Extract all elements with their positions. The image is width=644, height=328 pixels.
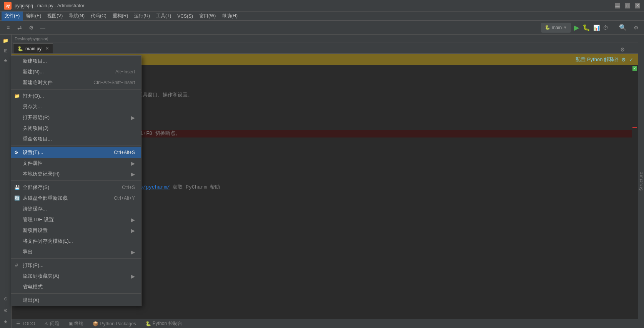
submenu-arrow-4: ▶ (131, 217, 135, 223)
menu-new-project-settings[interactable]: 新项目设置 ▶ (11, 225, 141, 236)
submenu-arrow: ▶ (131, 115, 135, 121)
python-console-label: Python 控制台 (153, 320, 182, 327)
toolbar: ≡ ⇄ ⚙ — 🐍 main ▼ ▶ 🐛 📊 ⏱ 🔍 ⚙ (0, 21, 644, 35)
close-button[interactable]: ✕ (635, 3, 640, 8)
menu-manage-ide[interactable]: 管理 IDE 设置 ▶ (11, 214, 141, 225)
menu-bar: 文件(F) 编辑(E) 视图(V) 导航(N) 代码(C) 重构(R) 运行(U… (0, 12, 644, 21)
reload-icon: 🔄 (14, 195, 20, 201)
menu-add-to-favorites[interactable]: 添加到收藏夹(A) ▶ (11, 271, 141, 282)
tab-close-icon[interactable]: ✕ (45, 46, 49, 51)
title-bar-controls: — □ ✕ (615, 3, 640, 8)
menu-open-recent[interactable]: 打开最近(R) ▶ (11, 112, 141, 123)
menu-file[interactable]: 文件(F) (2, 12, 23, 21)
tab-label: main.py (25, 46, 42, 51)
menu-exit[interactable]: 退出(X) (11, 295, 141, 306)
warning-dismiss-icon[interactable]: ✓ (629, 57, 633, 63)
left-sidebar: 📁 ⊞ ★ ⊙ ⊗ ★ (0, 35, 12, 328)
menu-reload-all[interactable]: 🔄 从磁盘全部重新加载 Ctrl+Alt+Y (11, 193, 141, 204)
divider-2 (11, 146, 141, 146)
sidebar-bookmark-icon[interactable]: ★ (1, 56, 10, 65)
menu-window[interactable]: 窗口(W) (196, 12, 219, 21)
python-packages-icon: 📦 (93, 321, 98, 326)
submenu-arrow-7: ▶ (131, 273, 135, 279)
menu-save-as[interactable]: 另存为... (11, 101, 141, 112)
menu-new[interactable]: 新建(N)... Alt+Insert (11, 66, 141, 77)
menu-export[interactable]: 导出 ▶ (11, 247, 141, 257)
configure-interpreter-link[interactable]: 配置 Python 解释器 (576, 56, 619, 63)
bottom-tab-terminal[interactable]: ▣ 终端 (67, 319, 85, 328)
menu-tools[interactable]: 工具(T) (153, 12, 174, 21)
sidebar-structure-icon[interactable]: ⊞ (1, 46, 10, 55)
menu-save-as-template[interactable]: 将文件另存为模板(L)... (11, 236, 141, 247)
run-configuration[interactable]: 🐍 main ▼ (541, 23, 571, 33)
error-gutter: ✓ (632, 65, 638, 319)
tab-bar: 🐍 main.py ✕ ⚙ — (12, 43, 638, 54)
divider-1 (11, 89, 141, 89)
submenu-arrow-5: ▶ (131, 228, 135, 234)
menu-navigate[interactable]: 导航(N) (66, 12, 88, 21)
menu-close-project[interactable]: 关闭项目(J) (11, 123, 141, 134)
sidebar-bottom-icon-2[interactable]: ⊗ (1, 306, 10, 315)
tab-settings-icon[interactable]: ⚙ (619, 46, 626, 53)
bottom-tab-todo[interactable]: ☰ TODO (15, 319, 37, 328)
editor-tab-main-py[interactable]: 🐍 main.py ✕ (13, 43, 53, 53)
menu-save-all[interactable]: 💾 全部保存(S) Ctrl+S (11, 182, 141, 193)
submenu-arrow-2: ▶ (131, 161, 135, 166)
run-button[interactable]: ▶ (574, 23, 579, 32)
menu-new-scratch[interactable]: 新建临时文件 Ctrl+Alt+Shift+Insert (11, 77, 141, 88)
minimize-button[interactable]: — (615, 3, 620, 8)
python-packages-label: Python Packages (100, 321, 136, 326)
toolbar-minus-btn[interactable]: — (38, 23, 48, 33)
toolbar-settings-btn[interactable]: ≡ (3, 23, 13, 33)
menu-print[interactable]: 🖨 打印(P)... (11, 260, 141, 271)
save-icon: 💾 (14, 185, 20, 190)
problems-label: 问题 (50, 320, 59, 327)
settings-btn[interactable]: ⚙ (631, 23, 641, 33)
folder-icon: 📁 (14, 93, 20, 99)
menu-new-project[interactable]: 新建项目... (11, 56, 141, 66)
menu-help[interactable]: 帮助(H) (219, 12, 241, 21)
divider-3 (11, 181, 141, 181)
ok-status-indicator: ✓ (632, 66, 637, 71)
print-icon: 🖨 (14, 263, 19, 268)
toolbar-toggle-btn[interactable]: ⇄ (15, 23, 25, 33)
bottom-tab-problems[interactable]: ⚠ 问题 (43, 319, 61, 328)
bottom-tab-python-console[interactable]: 🐍 Python 控制台 (144, 319, 184, 328)
settings-icon: ⚙ (14, 150, 18, 155)
structure-label: Structure (639, 172, 643, 191)
menu-power-save[interactable]: 省电模式 (11, 282, 141, 292)
menu-open[interactable]: 📁 打开(O)... (11, 91, 141, 101)
menu-file-properties[interactable]: 文件属性 ▶ (11, 158, 141, 169)
menu-rename-project[interactable]: 重命名项目... (11, 134, 141, 144)
menu-local-history[interactable]: 本地历史记录(H) ▶ (11, 169, 141, 179)
profile-button[interactable]: ⏱ (603, 25, 608, 31)
menu-code[interactable]: 代码(C) (88, 12, 110, 21)
menu-settings[interactable]: ⚙ 设置(T)... Ctrl+Alt+S (11, 147, 141, 158)
divider-4 (11, 258, 141, 259)
configure-settings-icon[interactable]: ⚙ (621, 57, 626, 63)
search-everywhere-btn[interactable]: 🔍 (618, 23, 628, 33)
bottom-tab-python-packages[interactable]: 📦 Python Packages (91, 319, 137, 328)
title-bar: py pyqgisprj - main.py - Administrator —… (0, 0, 644, 12)
right-sidebar: Structure (638, 35, 644, 328)
debug-button[interactable]: 🐛 (582, 24, 590, 31)
sidebar-bottom-icon-3[interactable]: ★ (1, 317, 10, 326)
menu-edit[interactable]: 编辑(E) (23, 12, 44, 21)
menu-run[interactable]: 运行(U) (131, 12, 153, 21)
sidebar-bottom-icon-1[interactable]: ⊙ (1, 294, 10, 303)
sidebar-project-icon[interactable]: 📁 (1, 36, 10, 45)
menu-view[interactable]: 视图(V) (44, 12, 66, 21)
toolbar-gear-btn[interactable]: ⚙ (26, 23, 36, 33)
problems-icon: ⚠ (44, 321, 48, 326)
menu-vcs[interactable]: VCS(S) (174, 12, 196, 21)
divider-5 (11, 293, 141, 294)
tab-minimize-icon[interactable]: — (627, 46, 635, 53)
terminal-icon: ▣ (68, 321, 73, 326)
tab-file-icon: 🐍 (17, 46, 23, 51)
menu-refactor[interactable]: 重构(R) (110, 12, 131, 21)
menu-invalidate-caches[interactable]: 清除缓存... (11, 204, 141, 214)
run-with-coverage[interactable]: 📊 (593, 25, 600, 31)
title-bar-left: py pyqgisprj - main.py - Administrator (4, 2, 84, 10)
maximize-button[interactable]: □ (625, 3, 630, 8)
submenu-arrow-6: ▶ (131, 249, 135, 255)
